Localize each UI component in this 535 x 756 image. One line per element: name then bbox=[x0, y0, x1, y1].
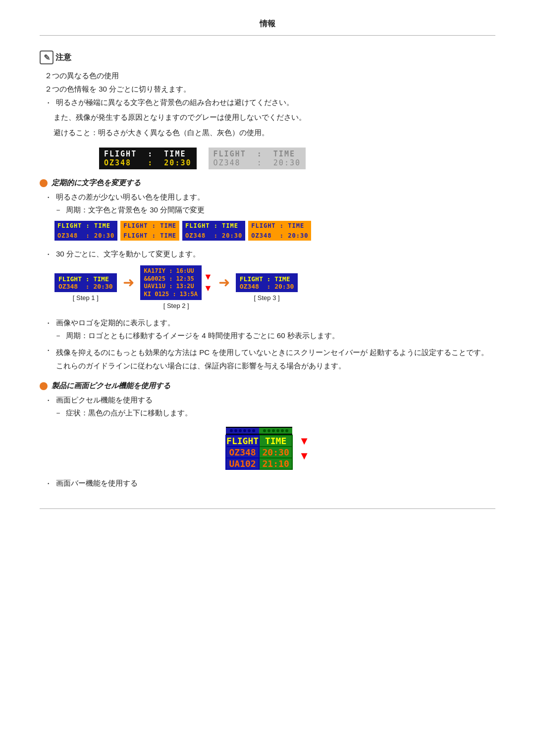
dot6 bbox=[252, 429, 255, 432]
dash1: － bbox=[54, 205, 62, 215]
step3-row1: FLIGHT : TIME bbox=[240, 275, 294, 283]
red-arrow-down1: ▼ bbox=[299, 435, 310, 448]
dot5 bbox=[248, 429, 251, 432]
screensaver-text: 残像を抑えるのにもっとも効果的な方法は PC を使用していないときにスクリーンセ… bbox=[56, 346, 495, 372]
bullet-dot4: ・ bbox=[45, 319, 52, 328]
screensaver-bullet: ・ 残像を抑えるのにもっとも効果的な方法は PC を使用していないときにスクリー… bbox=[40, 346, 495, 372]
arrow2-icon: ➜ bbox=[218, 274, 230, 291]
pixel-text: 画面ピクセル機能を使用する bbox=[56, 396, 153, 405]
color-box-4: FLIGHT : TIME OZ348 : 20:30 bbox=[248, 221, 311, 241]
screenbar-bullet: ・ 画面バー機能を使用する bbox=[40, 479, 495, 489]
screenbar-text: 画面バー機能を使用する bbox=[56, 479, 138, 488]
bullet-dot3: ・ bbox=[45, 250, 52, 259]
cs4-row1: FLIGHT : TIME bbox=[248, 221, 311, 231]
scroll-text: 30 分ごとに、文字を動かして変更します。 bbox=[56, 250, 200, 259]
step1-label: [ Step 1 ] bbox=[73, 294, 99, 302]
red-arrow-down2: ▼ bbox=[299, 450, 310, 462]
dash3: － bbox=[54, 408, 62, 418]
color-switch-info: ２つの色情報を 30 分ごとに切り替えます。 bbox=[40, 85, 495, 94]
bright-color-text: 明るさの差が少ない明るい色を使用します。 bbox=[56, 193, 205, 202]
note-icon: ✎ bbox=[40, 50, 54, 64]
step2-row2: &&0025 : 12:35 bbox=[144, 275, 198, 283]
step1-display: FLIGHT : TIME OZ348 : 20:30 bbox=[54, 273, 117, 292]
2110-cell: 21:10 bbox=[259, 458, 292, 469]
bullet-avoid-text: 明るさが極端に異なる文字色と背景色の組み合わせは避けてください。 bbox=[56, 98, 294, 107]
indent-avoid-text: 避けること：明るさが大きく異なる色（白と黒、灰色）の使用。 bbox=[40, 126, 495, 139]
ua102-cell: UA102 bbox=[226, 458, 259, 469]
down-arrow2: ▼ bbox=[204, 283, 213, 294]
screensaver-section: ・ 残像を抑えるのにもっとも効果的な方法は PC を使用していないときにスクリー… bbox=[40, 346, 495, 372]
color-switch-text: ２つの色情報を 30 分ごとに切り替えます。 bbox=[45, 85, 191, 94]
dotg6 bbox=[285, 429, 288, 432]
step2-row1: KA17IY : 16:UU bbox=[144, 267, 198, 275]
dot1 bbox=[230, 429, 233, 432]
step3-box: FLIGHT : TIME OZ348 : 20:30 [ Step 3 ] bbox=[236, 273, 298, 302]
dot4 bbox=[243, 429, 246, 432]
bullet-dot5: ・ bbox=[45, 346, 52, 355]
pixel-table: FLIGHT TIME OZ348 20:30 UA102 21:10 bbox=[225, 427, 293, 470]
step2-box: KA17IY : 16:UU &&0025 : 12:35 UAV11U : 1… bbox=[140, 265, 213, 309]
dark-box-row1: FLIGHT : TIME bbox=[104, 150, 192, 158]
orange-circle-icon bbox=[40, 179, 48, 187]
gray-box-row1: FLIGHT : TIME bbox=[214, 150, 301, 158]
cs2-row1: FLIGHT : TIME bbox=[120, 221, 179, 231]
2030-cell: 20:30 bbox=[259, 447, 292, 458]
note-section: ✎ 注意 ２つの異なる色の使用 ２つの色情報を 30 分ごとに切り替えます。 ・… bbox=[40, 50, 495, 169]
step1-row2: OZ348 : 20:30 bbox=[58, 283, 113, 290]
dark-box-row2: OZ348 : 20:30 bbox=[104, 158, 192, 167]
dot3 bbox=[239, 429, 242, 432]
avoid-colors: 避けること：明るさが大きく異なる色（白と黒、灰色）の使用。 bbox=[54, 128, 269, 137]
color-box-1: FLIGHT : TIME OZ348 : 20:30 bbox=[54, 221, 117, 241]
flight-header: FLIGHT bbox=[226, 435, 259, 447]
dots-blue-div bbox=[226, 428, 259, 434]
gray-box-row2: OZ348 : 20:30 bbox=[214, 158, 301, 167]
gray-warning: また、残像が発生する原因となりますのでグレーは使用しないでください。 bbox=[54, 113, 306, 121]
period-sub: － 周期：文字色と背景色を 30 分間隔で変更 bbox=[40, 205, 495, 215]
dotg5 bbox=[281, 429, 284, 432]
pixel-display-container: FLIGHT TIME OZ348 20:30 UA102 21:10 bbox=[225, 427, 310, 470]
arrow1-icon: ➜ bbox=[123, 274, 134, 291]
dots-blue-header bbox=[226, 427, 259, 435]
cs4-row2: OZ348 : 20:30 bbox=[248, 231, 311, 241]
dotg4 bbox=[276, 429, 279, 432]
bullet-dot2: ・ bbox=[45, 193, 52, 202]
period-text: 周期：文字色と背景色を 30 分間隔で変更 bbox=[66, 205, 205, 215]
dash2: － bbox=[54, 331, 62, 341]
bottom-divider bbox=[40, 508, 495, 509]
step3-label: [ Step 3 ] bbox=[254, 294, 280, 302]
section2-title: 定期的に文字色を変更する bbox=[40, 178, 495, 188]
dotg3 bbox=[272, 429, 275, 432]
step2-row4: KI 0125 : 13:5A bbox=[144, 291, 198, 299]
cs3-row1: FLIGHT : TIME bbox=[182, 221, 245, 231]
logo-bullet: ・ 画像やロゴを定期的に表示します。 bbox=[40, 318, 495, 328]
pixel-tbody: OZ348 20:30 UA102 21:10 bbox=[226, 447, 292, 469]
step2-content: KA17IY : 16:UU &&0025 : 12:35 UAV11U : 1… bbox=[140, 265, 213, 300]
step-diagram: FLIGHT : TIME OZ348 : 20:30 [ Step 1 ] ➜… bbox=[54, 265, 495, 309]
logo-text: 画像やロゴを定期的に表示します。 bbox=[56, 318, 175, 328]
color-seq-row: FLIGHT : TIME OZ348 : 20:30 FLIGHT : TIM… bbox=[54, 221, 495, 241]
time-header: TIME bbox=[259, 435, 292, 447]
color-usage-heading: ２つの異なる色の使用 bbox=[40, 71, 495, 81]
down-arrow1: ▼ bbox=[204, 272, 213, 282]
screenbar-section: ・ 画面バー機能を使用する bbox=[40, 479, 495, 489]
cs1-row1: FLIGHT : TIME bbox=[54, 221, 117, 231]
step2-label: [ Step 2 ] bbox=[163, 302, 189, 309]
scroll-section: ・ 30 分ごとに、文字を動かして変更します。 FLIGHT : TIME OZ… bbox=[40, 250, 495, 309]
indent-gray-text: また、残像が発生する原因となりますのでグレーは使用しないでください。 bbox=[40, 111, 495, 124]
step1-row1: FLIGHT : TIME bbox=[58, 275, 113, 283]
cs3-row2: OZ348 : 20:30 bbox=[182, 231, 245, 241]
pixel-bullet: ・ 画面ピクセル機能を使用する bbox=[40, 396, 495, 405]
step2-row3: UAV11U : 13:2U bbox=[144, 283, 198, 291]
color-box-3: FLIGHT : TIME OZ348 : 20:30 bbox=[182, 221, 245, 241]
color-box-2: FLIGHT : TIME FLIGHT : TIME bbox=[120, 221, 179, 241]
step3-row2: OZ348 : 20:30 bbox=[240, 283, 294, 290]
cs1-row2: OZ348 : 20:30 bbox=[54, 231, 117, 241]
color-change-section: 定期的に文字色を変更する ・ 明るさの差が少ない明るい色を使用します。 － 周期… bbox=[40, 178, 495, 241]
display-box-dark: FLIGHT : TIME OZ348 : 20:30 bbox=[99, 148, 197, 169]
note-label: 注意 bbox=[55, 52, 71, 63]
page-title: 情報 bbox=[260, 19, 275, 28]
step3-display: FLIGHT : TIME OZ348 : 20:30 bbox=[236, 273, 298, 292]
red-arrows-container: ▼ ▼ bbox=[299, 435, 310, 462]
dots-top-row bbox=[226, 427, 292, 435]
dot2 bbox=[234, 429, 237, 432]
